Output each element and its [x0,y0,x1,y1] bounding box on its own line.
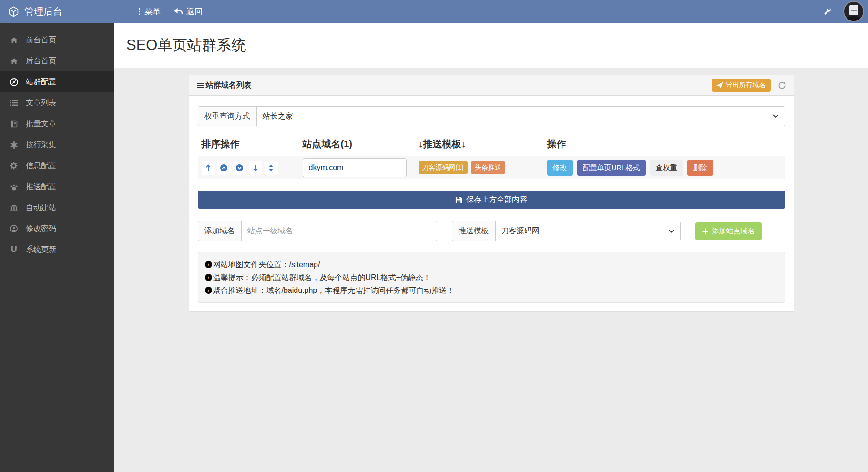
column-header-push-template: ↓推送模板↓ [415,138,543,151]
menu-toggle[interactable]: 菜单 [138,6,161,17]
sidebar-item-system-update[interactable]: 系统更新 [0,239,114,260]
add-site-domain-button[interactable]: 添加站点域名 [695,222,762,240]
gear-icon [9,162,19,170]
sidebar-item-label: 自动建站 [26,203,56,213]
chevron-down-icon [668,229,674,233]
nav-links: 菜单 返回 [138,6,203,17]
paper-plane-icon [716,82,723,89]
push-template-group: 推送模板 刀客源码网 [452,221,681,241]
move-down-icon[interactable] [249,161,262,175]
weight-query-select[interactable]: 站长之家 [257,107,785,126]
export-all-domains-button[interactable]: 导出所有域名 [712,79,771,92]
sidebar-item-change-password[interactable]: 修改密码 [0,218,114,239]
sidebar-item-front-home[interactable]: 前台首页 [0,30,114,50]
user-avatar[interactable] [843,1,864,22]
panel-body: 权重查询方式 站长之家 排序操作 站点域名(1) ↓推送模板↓ 操作 [189,96,794,311]
sidebar-item-info-config[interactable]: 信息配置 [0,155,114,176]
sidebar-item-label: 按行采集 [26,140,56,150]
add-button-label: 添加站点域名 [712,227,755,236]
domain-input[interactable] [303,158,407,177]
note-text: 网站地图文件夹位置：/sitemap/ [213,258,320,271]
panel-header-actions: 导出所有域名 [712,79,786,92]
cube-icon [8,6,19,17]
circle-chevron-down-icon[interactable] [233,161,246,175]
plus-icon [702,228,708,234]
bank-icon [9,204,19,211]
domain-cell [299,158,415,177]
home-icon [9,58,19,65]
sidebar-item-site-cluster-config[interactable]: 站群配置 [0,71,114,92]
table-row: 刀客源码网(1) 头条推送 修改 配置单页URL格式 查权重 删除 [198,156,785,179]
table-header-row: 排序操作 站点域名(1) ↓推送模板↓ 操作 [198,138,785,156]
note-push-address: i 聚合推送地址：域名/baidu.php，本程序无需挂访问任务都可自动推送！ [205,284,778,297]
row-actions: 修改 配置单页URL格式 查权重 删除 [543,160,785,176]
back-arrow-icon [174,8,183,15]
note-tip: i 温馨提示：必须配置站群域名，及每个站点的URL格式+伪静态！ [205,271,778,284]
paw-icon [9,183,19,191]
sidebar-item-label: 推送配置 [26,182,56,192]
template-tag[interactable]: 刀客源码网(1) [419,161,468,174]
user-circle-icon [9,225,19,232]
back-label: 返回 [186,6,203,17]
ellipsis-v-icon [138,8,141,16]
push-template-label: 推送模板 [452,221,496,241]
refresh-icon[interactable] [778,81,786,90]
main-area: SEO单页站群系统 站群域名列表 导出所有域名 [114,23,868,472]
panel-title: 站群域名列表 [197,80,252,90]
sidebar-item-push-config[interactable]: 推送配置 [0,176,114,197]
sort-controls [198,161,299,175]
hamburger-icon [197,82,204,89]
save-button-label: 保存上方全部内容 [466,195,527,205]
note-sitemap: i 网站地图文件夹位置：/sitemap/ [205,258,778,271]
page-title: SEO单页站群系统 [126,35,868,55]
info-icon: i [205,261,212,268]
sidebar-item-label: 系统更新 [26,245,56,255]
panel-title-label: 站群域名列表 [206,80,252,90]
sidebar-item-admin-home[interactable]: 后台首页 [0,50,114,71]
sidebar-item-line-collect[interactable]: 按行采集 [0,134,114,155]
edit-button[interactable]: 修改 [547,160,573,176]
back-link[interactable]: 返回 [174,6,203,17]
move-up-icon[interactable] [202,161,215,175]
column-header-actions: 操作 [543,138,785,151]
brand-label: 管理后台 [24,5,62,18]
avatar-figure [846,16,861,22]
note-text: 温馨提示：必须配置站群域名，及每个站点的URL格式+伪静态！ [213,271,431,284]
save-all-button[interactable]: 保存上方全部内容 [198,191,785,209]
avatar-sign [849,5,858,15]
toutiao-push-tag[interactable]: 头条推送 [471,161,505,174]
brand[interactable]: 管理后台 [0,5,114,18]
sidebar-item-batch-articles[interactable]: 批量文章 [0,113,114,134]
sort-updown-icon[interactable] [265,161,278,175]
sidebar-item-label: 批量文章 [26,119,56,129]
content: 站群域名列表 导出所有域名 [114,68,868,312]
info-icon: i [205,274,212,281]
push-template-value: 刀客源码网 [501,226,540,236]
weight-query-value: 站长之家 [263,111,293,121]
add-domain-label: 添加域名 [198,221,242,241]
compass-icon [9,78,19,86]
circle-chevron-up-icon[interactable] [217,161,231,175]
push-template-select[interactable]: 刀客源码网 [496,221,680,241]
sidebar-item-label: 站群配置 [26,77,56,87]
check-weight-button[interactable]: 查权重 [650,160,683,176]
notes-well: i 网站地图文件夹位置：/sitemap/ i 温馨提示：必须配置站群域名，及每… [198,252,785,303]
add-domain-input[interactable] [242,221,437,241]
column-header-sort: 排序操作 [198,138,299,151]
sidebar-item-label: 前台首页 [26,35,56,45]
template-tags: 刀客源码网(1) 头条推送 [415,161,543,174]
magnet-icon [9,246,19,253]
info-icon: i [205,287,212,294]
delete-button[interactable]: 删除 [687,160,713,176]
book-icon [9,120,19,128]
sidebar-item-auto-build[interactable]: 自动建站 [0,197,114,218]
sidebar-item-article-list[interactable]: 文章列表 [0,92,114,113]
top-navbar: 管理后台 菜单 返回 [0,0,868,23]
wrench-icon[interactable] [823,7,832,16]
floppy-icon [455,196,462,203]
sidebar: 前台首页 后台首页 站群配置 文章列表 批量文章 按行采集 信息配置 [0,23,114,472]
column-header-domain: 站点域名(1) [299,138,415,151]
config-url-format-button[interactable]: 配置单页URL格式 [577,160,646,176]
sidebar-item-label: 修改密码 [26,224,56,234]
sidebar-item-label: 后台首页 [26,56,56,66]
